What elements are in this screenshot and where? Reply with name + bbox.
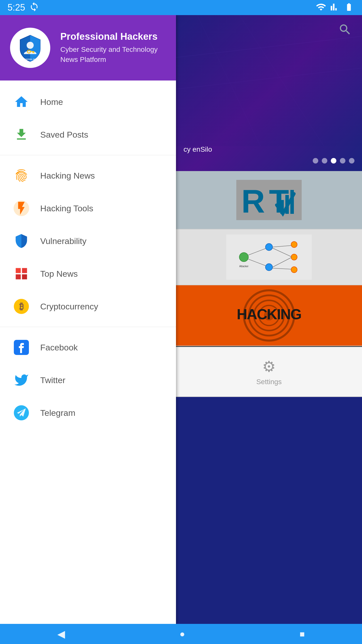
dot-3 [331, 158, 336, 164]
dot-1 [313, 158, 318, 164]
sidebar-item-home[interactable]: Home [0, 86, 176, 118]
battery-icon [343, 3, 354, 13]
settings-section: ⚙ Settings [176, 346, 362, 396]
content-grid: R T [176, 171, 362, 397]
saved-posts-label: Saved Posts [40, 130, 88, 140]
sidebar-header: PROFESSIONAL HACKERS ON SECURITY Profess… [0, 15, 176, 80]
status-time: 5:25 [8, 2, 25, 13]
settings-label: Settings [256, 378, 282, 386]
hero-banner[interactable]: cy enSilo [176, 15, 362, 171]
sidebar-item-saved-posts[interactable]: Saved Posts [0, 118, 176, 151]
svg-point-31 [265, 244, 273, 251]
search-button[interactable] [338, 23, 352, 37]
app-name: Professional Hackers [60, 31, 166, 42]
signal-icon [330, 2, 339, 13]
vulnerability-label: Vulnerability [40, 236, 86, 246]
content-panel: cy enSilo R [176, 15, 362, 624]
grid-item-settings[interactable]: ⚙ Settings [176, 346, 362, 397]
svg-text:₿: ₿ [19, 302, 24, 311]
sidebar-item-hacking-news[interactable]: Hacking News [0, 159, 176, 192]
svg-point-34 [291, 254, 297, 260]
facebook-icon [13, 339, 30, 356]
sidebar-item-top-news[interactable]: Top News [0, 257, 176, 290]
sync-icon [29, 2, 39, 14]
gear-icon: ⚙ [262, 358, 276, 375]
dot-2 [322, 158, 327, 164]
divider-2 [0, 327, 176, 327]
hero-pagination-dots [313, 158, 354, 164]
sidebar-menu: Home Saved Posts Hacking N [0, 80, 176, 624]
coin-icon: ₿ [13, 298, 30, 315]
app-subtitle: Cyber Security and Technology News Platf… [60, 45, 166, 64]
telegram-label: Telegram [40, 408, 75, 418]
grid-item-rt[interactable]: R T [176, 171, 362, 229]
svg-rect-10 [16, 274, 21, 279]
sidebar-drawer: PROFESSIONAL HACKERS ON SECURITY Profess… [0, 15, 176, 624]
svg-text:R: R [241, 183, 265, 220]
bottom-navigation: ◀ ● ■ [0, 624, 362, 644]
top-news-label: Top News [40, 269, 78, 279]
sidebar-item-twitter[interactable]: Twitter [0, 364, 176, 396]
cryptocurrency-label: Cryptocurrency [40, 302, 98, 311]
svg-point-35 [291, 267, 297, 273]
save-icon [13, 126, 30, 143]
hacking-thumbnail: HACKING [176, 285, 362, 346]
status-bar: 5:25 [0, 0, 362, 15]
svg-rect-11 [22, 274, 27, 279]
hero-overlay-text: cy enSilo [184, 145, 212, 153]
svg-point-0 [27, 42, 34, 49]
home-label: Home [40, 97, 63, 107]
svg-text:ON SECURITY: ON SECURITY [26, 61, 34, 62]
dot-4 [340, 158, 345, 164]
telegram-icon [13, 404, 30, 422]
wifi-icon [316, 2, 326, 13]
hacking-news-label: Hacking News [40, 171, 95, 181]
svg-rect-27 [290, 190, 294, 214]
sidebar-item-telegram[interactable]: Telegram [0, 396, 176, 429]
diagram-thumbnail: Attacker [176, 229, 362, 285]
rt-thumbnail: R T [176, 171, 362, 229]
grid-item-diagram[interactable]: Attacker [176, 229, 362, 285]
recent-apps-button[interactable]: ■ [300, 629, 305, 639]
svg-rect-26 [285, 195, 289, 214]
svg-rect-9 [22, 268, 27, 273]
svg-point-32 [265, 264, 273, 271]
svg-rect-17 [176, 15, 362, 146]
grid-item-hacking[interactable]: HACKING [176, 285, 362, 346]
back-button[interactable]: ◀ [57, 628, 65, 640]
svg-point-33 [291, 242, 297, 248]
main-layout: PROFESSIONAL HACKERS ON SECURITY Profess… [0, 15, 362, 624]
facebook-label: Facebook [40, 343, 78, 352]
svg-point-29 [239, 253, 248, 262]
sidebar-item-cryptocurrency[interactable]: ₿ Cryptocurrency [0, 290, 176, 323]
home-icon [13, 93, 30, 111]
status-right [316, 2, 354, 13]
status-left: 5:25 [8, 2, 39, 14]
sidebar-item-facebook[interactable]: Facebook [0, 331, 176, 364]
twitter-icon [13, 371, 30, 389]
shield-icon [13, 232, 30, 250]
sidebar-item-vulnerability[interactable]: Vulnerability [0, 225, 176, 257]
sidebar-item-hacking-tools[interactable]: Hacking Tools [0, 192, 176, 225]
app-logo: PROFESSIONAL HACKERS ON SECURITY [10, 28, 50, 68]
grid-icon [13, 265, 30, 283]
sidebar-title-block: Professional Hackers Cyber Security and … [60, 31, 166, 64]
home-button[interactable]: ● [179, 629, 185, 639]
hacking-tools-label: Hacking Tools [40, 204, 93, 213]
dot-5 [349, 158, 354, 164]
svg-rect-25 [280, 200, 284, 214]
fingerprint-icon [13, 167, 30, 184]
divider-1 [0, 155, 176, 155]
svg-text:HACKING: HACKING [237, 306, 301, 322]
svg-text:Attacker: Attacker [239, 265, 249, 268]
svg-rect-8 [16, 268, 21, 273]
twitter-label: Twitter [40, 375, 65, 385]
svg-text:PROFESSIONAL HACKERS: PROFESSIONAL HACKERS [19, 58, 42, 60]
lightning-icon [13, 199, 30, 217]
